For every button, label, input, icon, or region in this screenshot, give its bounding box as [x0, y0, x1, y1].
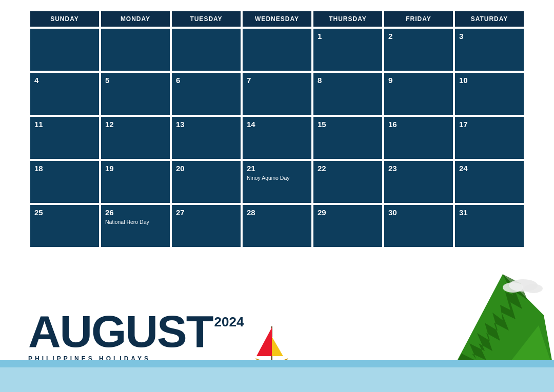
calendar-cell-w1-d6: 2: [384, 29, 453, 71]
calendar-cell-w4-d6: 23: [384, 161, 453, 203]
day-number-5: 5: [105, 76, 166, 85]
day-number-16: 16: [388, 120, 449, 129]
day-number-24: 24: [459, 164, 520, 173]
calendar-cell-w4-d3: 20: [172, 161, 241, 203]
calendar-cell-w5-d3: 27: [172, 205, 241, 247]
calendar-cell-w3-d6: 16: [384, 117, 453, 159]
calendar-cell-w2-d7: 10: [455, 73, 524, 115]
calendar-cell-w4-d2: 19: [101, 161, 170, 203]
calendar-cell-w3-d5: 15: [313, 117, 382, 159]
svg-point-6: [524, 284, 543, 293]
calendar-cell-w4-d4: 21Ninoy Aquino Day: [243, 161, 311, 203]
day-number-22: 22: [318, 164, 378, 173]
day-number-7: 7: [247, 76, 307, 85]
calendar-cell-w5-d7: 31: [455, 205, 524, 247]
day-number-18: 18: [34, 164, 95, 173]
calendar-cell-w1-d7: 3: [455, 29, 524, 71]
day-number-30: 30: [388, 208, 449, 217]
header-sunday: SUNDAY: [30, 11, 99, 27]
day-number-23: 23: [388, 164, 449, 173]
day-number-31: 31: [459, 208, 520, 217]
day-number-26: 26: [105, 208, 166, 217]
calendar-cell-w1-d1: [30, 29, 99, 71]
day-event-26: National Hero Day: [105, 219, 166, 226]
calendar-cell-w5-d6: 30: [384, 205, 453, 247]
calendar-cell-w3-d2: 12: [101, 117, 170, 159]
calendar-cell-w5-d5: 29: [313, 205, 382, 247]
header-saturday: SATURDAY: [455, 11, 524, 27]
day-number-25: 25: [34, 208, 95, 217]
calendar-cell-w2-d1: 4: [30, 73, 99, 115]
day-number-10: 10: [459, 76, 520, 85]
calendar-cell-w2-d2: 5: [101, 73, 170, 115]
day-number-4: 4: [34, 76, 95, 85]
calendar-table: SUNDAY MONDAY TUESDAY WEDNESDAY THURSDAY…: [28, 9, 526, 249]
day-number-21: 21: [247, 164, 307, 173]
header-friday: FRIDAY: [384, 11, 453, 27]
header-thursday: THURSDAY: [313, 11, 382, 27]
calendar-cell-w3-d7: 17: [455, 117, 524, 159]
water-illustration: [0, 360, 554, 392]
day-number-13: 13: [176, 120, 236, 129]
calendar-header-row: SUNDAY MONDAY TUESDAY WEDNESDAY THURSDAY…: [30, 11, 524, 27]
calendar-cell-w5-d2: 26National Hero Day: [101, 205, 170, 247]
day-number-29: 29: [318, 208, 378, 217]
day-number-9: 9: [388, 76, 449, 85]
day-number-28: 28: [247, 208, 307, 217]
calendar-cell-w2-d6: 9: [384, 73, 453, 115]
calendar-cell-w3-d1: 11: [30, 117, 99, 159]
day-event-21: Ninoy Aquino Day: [247, 175, 307, 182]
day-number-8: 8: [318, 76, 378, 85]
calendar-week-4: 18192021Ninoy Aquino Day222324: [30, 161, 524, 203]
water-line: [0, 360, 554, 367]
day-number-15: 15: [318, 120, 378, 129]
month-name: AUGUST: [28, 309, 213, 354]
svg-point-5: [503, 282, 523, 293]
month-title-block: AUGUST2024 PHILIPPINES HOLIDAYS: [28, 309, 244, 362]
calendar-wrapper: SUNDAY MONDAY TUESDAY WEDNESDAY THURSDAY…: [0, 0, 554, 254]
calendar-cell-w5-d4: 28: [243, 205, 311, 247]
day-number-27: 27: [176, 208, 236, 217]
calendar-week-1: 123: [30, 29, 524, 71]
header-wednesday: WEDNESDAY: [243, 11, 311, 27]
day-number-1: 1: [318, 32, 378, 40]
calendar-cell-w2-d5: 8: [313, 73, 382, 115]
calendar-week-3: 11121314151617: [30, 117, 524, 159]
svg-marker-2: [272, 337, 283, 356]
calendar-cell-w4-d1: 18: [30, 161, 99, 203]
header-tuesday: TUESDAY: [172, 11, 241, 27]
day-number-19: 19: [105, 164, 166, 173]
day-number-2: 2: [388, 32, 449, 40]
calendar-cell-w2-d4: 7: [243, 73, 311, 115]
calendar-cell-w2-d3: 6: [172, 73, 241, 115]
day-number-17: 17: [459, 120, 520, 129]
day-number-6: 6: [176, 76, 236, 85]
calendar-cell-w1-d3: [172, 29, 241, 71]
bottom-area: AUGUST2024 PHILIPPINES HOLIDAYS: [0, 279, 554, 392]
calendar-cell-w3-d3: 13: [172, 117, 241, 159]
calendar-cell-w1-d4: [243, 29, 311, 71]
mountain-illustration: [410, 264, 554, 366]
calendar-cell-w4-d7: 24: [455, 161, 524, 203]
header-monday: MONDAY: [101, 11, 170, 27]
month-year: 2024: [214, 314, 244, 330]
calendar-week-2: 45678910: [30, 73, 524, 115]
calendar-cell-w1-d2: [101, 29, 170, 71]
day-number-11: 11: [34, 120, 95, 129]
day-number-14: 14: [247, 120, 307, 129]
calendar-cell-w3-d4: 14: [243, 117, 311, 159]
calendar-cell-w1-d5: 1: [313, 29, 382, 71]
day-number-3: 3: [459, 32, 520, 40]
day-number-12: 12: [105, 120, 166, 129]
calendar-cell-w4-d5: 22: [313, 161, 382, 203]
calendar-week-5: 2526National Hero Day2728293031: [30, 205, 524, 247]
calendar-cell-w5-d1: 25: [30, 205, 99, 247]
svg-marker-1: [256, 327, 272, 356]
day-number-20: 20: [176, 164, 236, 173]
